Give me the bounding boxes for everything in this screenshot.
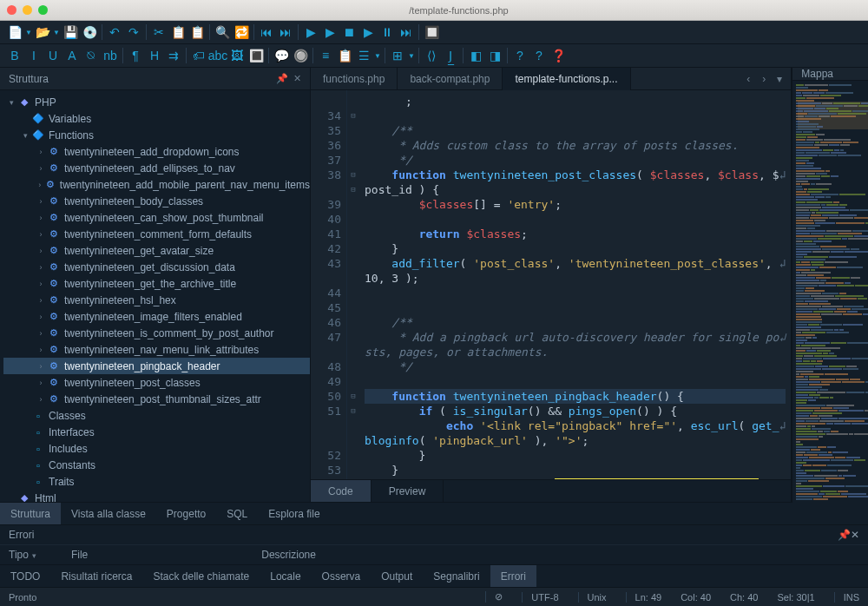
toolbar-button[interactable]: 🔁: [232, 23, 251, 42]
tree-arrow-icon[interactable]: ›: [35, 214, 47, 222]
toolbar-button[interactable]: 🔘: [291, 46, 310, 65]
code-body[interactable]: ; /** * Adds custom class to the array o…: [359, 90, 791, 479]
toolbar-button[interactable]: ⏭: [276, 23, 295, 42]
tool-tab[interactable]: Segnalibri: [423, 565, 490, 587]
status-bom[interactable]: ⊘: [485, 591, 503, 603]
close-icon[interactable]: ✕: [293, 73, 301, 84]
tree-item[interactable]: ›⚙twentynineteen_get_avatar_size: [3, 242, 310, 259]
tab-menu-icon[interactable]: ▾: [772, 73, 787, 85]
toolbar-button[interactable]: 🔍: [213, 23, 232, 42]
dropdown-icon[interactable]: ▼: [373, 46, 382, 65]
file-tab[interactable]: functions.php: [311, 68, 398, 90]
tool-tab[interactable]: Vista alla classe: [61, 503, 156, 524]
tree-arrow-icon[interactable]: ›: [35, 395, 47, 404]
close-window-icon[interactable]: [7, 5, 16, 15]
toolbar-button[interactable]: ≡: [316, 46, 335, 65]
toolbar-button[interactable]: ⦰: [82, 46, 101, 65]
tree-item[interactable]: ◆Html: [3, 490, 310, 502]
status-os[interactable]: Unix: [578, 592, 607, 603]
tree-item[interactable]: ›⚙twentynineteen_add_ellipses_to_nav: [3, 160, 310, 176]
tree-item[interactable]: ›⚙twentynineteen_add_dropdown_icons: [3, 143, 310, 160]
toolbar-button[interactable]: B: [5, 46, 24, 65]
tree-arrow-icon[interactable]: ›: [35, 346, 47, 354]
toolbar-button[interactable]: 💾: [61, 23, 80, 42]
toolbar-button[interactable]: H: [145, 46, 164, 65]
maximize-window-icon[interactable]: [38, 5, 48, 15]
toolbar-button[interactable]: ⟨⟩: [422, 46, 441, 65]
tree-item[interactable]: ›⚙twentynineteen_image_filters_enabled: [3, 308, 310, 325]
toolbar-button[interactable]: ◧: [466, 46, 485, 65]
tree-arrow-icon[interactable]: ›: [35, 296, 47, 305]
tree-item[interactable]: ›⚙twentynineteen_pingback_header: [3, 358, 310, 374]
tree-item[interactable]: ▾◆PHP: [3, 94, 310, 110]
minimap[interactable]: [792, 81, 868, 504]
tree-arrow-icon[interactable]: ▾: [19, 131, 31, 140]
tree-arrow-icon[interactable]: ›: [35, 181, 45, 189]
pin-icon[interactable]: 📌: [838, 529, 851, 541]
tree-item[interactable]: ›⚙twentynineteen_is_comment_by_post_auth…: [3, 325, 310, 341]
toolbar-button[interactable]: ⏸: [378, 23, 397, 42]
tree-arrow-icon[interactable]: ›: [35, 379, 47, 387]
pin-icon[interactable]: 📌: [276, 73, 288, 84]
toolbar-button[interactable]: 📂: [33, 23, 52, 42]
status-encoding[interactable]: UTF-8: [522, 592, 558, 603]
tool-tab[interactable]: TODO: [0, 565, 50, 587]
tree-item[interactable]: ▫Constants: [3, 457, 310, 473]
toolbar-button[interactable]: ?: [510, 46, 529, 65]
fold-column[interactable]: ⊟⊟⊟⊟⊟⊟⊟: [347, 90, 359, 479]
toolbar-button[interactable]: ◨: [485, 46, 504, 65]
toolbar-button[interactable]: 💬: [272, 46, 291, 65]
tool-tab[interactable]: Risultati ricerca: [50, 565, 142, 587]
file-tab[interactable]: back-compat.php: [398, 68, 503, 90]
tree-arrow-icon[interactable]: ›: [35, 362, 47, 371]
toolbar-button[interactable]: A: [62, 46, 82, 65]
tab-next-icon[interactable]: ›: [756, 73, 772, 85]
toolbar-button[interactable]: 🖼: [227, 46, 247, 65]
file-tab[interactable]: template-functions.p...: [503, 68, 630, 90]
toolbar-button[interactable]: 🔳: [247, 46, 266, 65]
tree-item[interactable]: 🔷Variables: [3, 110, 310, 127]
tree-item[interactable]: ›⚙twentynineteen_get_the_archive_title: [3, 275, 310, 292]
errors-col-desc[interactable]: Descrizione: [261, 549, 316, 561]
tree-item[interactable]: ▫Interfaces: [3, 424, 310, 440]
toolbar-button[interactable]: 🔲: [422, 23, 441, 42]
dropdown-icon[interactable]: ▼: [407, 46, 416, 65]
toolbar-button[interactable]: ▶: [320, 23, 339, 42]
window-controls[interactable]: [7, 5, 48, 15]
tree-item[interactable]: ›⚙twentynineteen_add_mobile_parent_nav_m…: [3, 176, 310, 193]
toolbar-button[interactable]: ▶: [301, 23, 320, 42]
tree-item[interactable]: ›⚙twentynineteen_body_classes: [3, 193, 310, 209]
toolbar-button[interactable]: ⏮: [257, 23, 276, 42]
tree-item[interactable]: ›⚙twentynineteen_hsl_hex: [3, 292, 310, 308]
toolbar-button[interactable]: ▶: [358, 23, 378, 42]
tool-tab[interactable]: Esplora file: [258, 503, 330, 524]
toolbar-button[interactable]: 📋: [335, 46, 354, 65]
toolbar-button[interactable]: ↶: [105, 23, 124, 42]
code-editor[interactable]: 3435363738394041424344454647484950515253…: [311, 90, 791, 479]
tree-item[interactable]: ›⚙twentynineteen_get_discussion_data: [3, 259, 310, 275]
errors-col-type[interactable]: Tipo▾: [9, 549, 36, 561]
minimize-window-icon[interactable]: [23, 5, 32, 15]
toolbar-button[interactable]: nb: [101, 46, 120, 65]
toolbar-button[interactable]: ⏭: [397, 23, 416, 42]
tree-arrow-icon[interactable]: ›: [35, 197, 47, 206]
tab-prev-icon[interactable]: ‹: [740, 73, 756, 85]
tool-tab[interactable]: Struttura: [0, 503, 61, 524]
toolbar-button[interactable]: 🏷: [189, 46, 208, 65]
tree-item[interactable]: ›⚙twentynineteen_nav_menu_link_attribute…: [3, 341, 310, 358]
toolbar-button[interactable]: ☰: [354, 46, 373, 65]
toolbar-button[interactable]: 📋: [168, 23, 187, 42]
toolbar-button[interactable]: ?: [529, 46, 549, 65]
toolbar-button[interactable]: ¶: [126, 46, 145, 65]
tree-item[interactable]: ▫Includes: [3, 440, 310, 457]
tab-code[interactable]: Code: [311, 480, 372, 502]
toolbar-button[interactable]: ❓: [549, 46, 568, 65]
tree-item[interactable]: ▾🔷Functions: [3, 127, 310, 143]
close-icon[interactable]: ✕: [851, 529, 859, 541]
sort-icon[interactable]: ▾: [32, 551, 36, 560]
tree-item[interactable]: ›⚙twentynineteen_post_classes: [3, 374, 310, 391]
toolbar-button[interactable]: I: [24, 46, 43, 65]
toolbar-button[interactable]: ✂: [149, 23, 168, 42]
tool-tab[interactable]: SQL: [216, 503, 258, 524]
tree-arrow-icon[interactable]: ›: [35, 313, 47, 321]
